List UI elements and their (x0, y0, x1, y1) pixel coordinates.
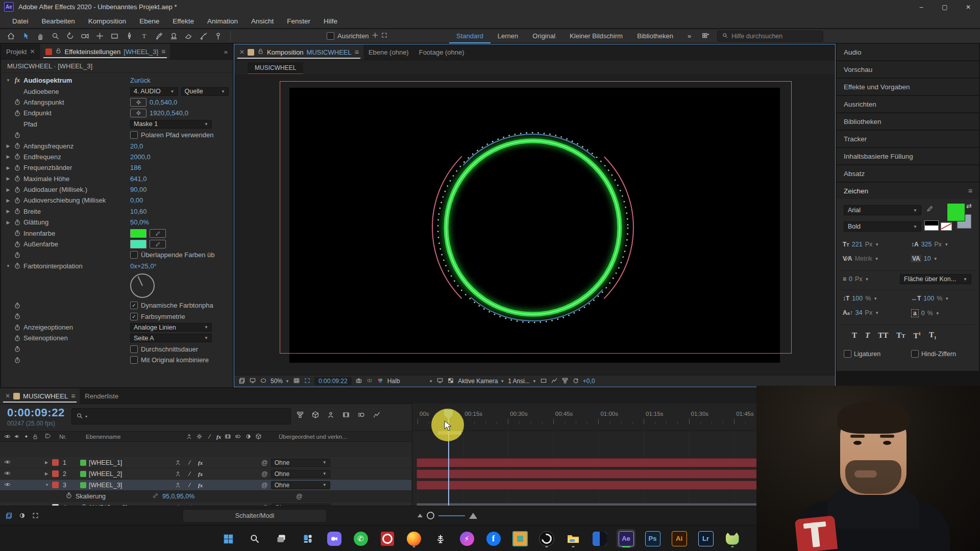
parent-pickwhip-icon[interactable]: @ (261, 470, 268, 478)
composition-viewer[interactable] (234, 74, 835, 375)
name-column-header[interactable]: Ebenenname (86, 434, 186, 440)
camera-dropdown[interactable]: Aktive Kamera▼ (458, 378, 504, 385)
tab-footage[interactable]: Footage (ohne) (414, 44, 470, 60)
twirl-closed-icon[interactable]: ▶ (5, 187, 11, 192)
param-value[interactable]: 50,0% (130, 218, 149, 226)
taskbar-capture[interactable] (510, 529, 529, 548)
workspace-grid-icon[interactable] (698, 30, 712, 42)
all-caps-button[interactable]: TT (878, 331, 888, 340)
point-control-button[interactable] (130, 98, 146, 107)
workspace-overflow[interactable]: » (680, 29, 698, 43)
layer-name[interactable]: [WHEEL_3] (89, 482, 175, 489)
param-value[interactable]: 20,0 (130, 142, 143, 150)
workspace-original[interactable]: Original (525, 29, 562, 43)
param-checkbox[interactable] (130, 345, 138, 353)
rotate-tool[interactable] (63, 30, 77, 42)
panel-menu-icon[interactable]: ≡ (161, 47, 165, 56)
channels-icon[interactable] (377, 377, 384, 386)
dropdown-source[interactable]: Quelle▼ (181, 87, 229, 96)
taskbar-recorder[interactable] (431, 529, 450, 548)
point-value[interactable]: 1920,0,540,0 (150, 109, 188, 117)
help-search-input[interactable]: Hilfe durchsuchen (717, 31, 823, 42)
zoom-in-mountain-icon[interactable] (469, 513, 477, 519)
motion-blur-icon[interactable] (357, 411, 365, 420)
pixel-aspect-icon[interactable] (540, 377, 547, 386)
selection-tool[interactable] (19, 30, 33, 42)
always-preview-icon[interactable] (238, 377, 246, 386)
layer-row-2[interactable]: ▶2[WHEEL_2]fx@Ohne▼ (0, 468, 411, 480)
taskbar-search[interactable] (245, 529, 264, 548)
stopwatch-icon[interactable] (13, 153, 22, 160)
zoom-out-mountain-icon[interactable] (418, 514, 423, 517)
taskbar-after-effects[interactable]: Ae (617, 529, 635, 548)
close-tab-icon[interactable]: ✕ (239, 48, 244, 56)
timecode-value[interactable]: 0:00:09:22 (7, 406, 65, 419)
zoom-slider-track[interactable] (438, 515, 465, 516)
eyedropper-button[interactable] (150, 240, 166, 248)
param-checkbox[interactable]: ✓ (130, 313, 138, 320)
fill-color-swatch[interactable] (947, 203, 965, 221)
parent-dropdown[interactable]: Ohne▼ (271, 470, 330, 478)
panel-header-bibliotheken[interactable]: Bibliotheken (837, 113, 979, 130)
tab-render-queue[interactable]: Renderliste (80, 388, 124, 404)
tab-effect-controls[interactable]: Effekteinstellungen [WHEEL_3] ≡ (40, 44, 170, 59)
exposure-value[interactable]: +0,0 (583, 378, 595, 385)
no-fill-swatch[interactable] (941, 222, 952, 231)
menu-datei[interactable]: Datei (6, 17, 35, 25)
viewer-timecode[interactable]: 0:00:09:22 (314, 377, 352, 385)
stroke-fill-order-dropdown[interactable]: Fläche über Kon...▼ (900, 274, 971, 284)
panel-header-effekte-und-vorgaben[interactable]: Effekte und Vorgaben (837, 79, 979, 95)
horizontal-scale-control[interactable]: ↔T100%▼ (911, 295, 949, 302)
kerning-control[interactable]: V∕AMetrik▼ (843, 255, 879, 262)
eraser-tool[interactable] (182, 30, 195, 42)
parent-dropdown[interactable]: Ohne▼ (271, 459, 330, 467)
taskbar-chat[interactable] (325, 529, 344, 548)
twirl-closed-icon[interactable]: ▶ (5, 143, 11, 148)
point-value[interactable]: 0,0,540,0 (150, 98, 177, 106)
magnification-dropdown[interactable]: 50%▼ (271, 378, 289, 385)
property-row-skalierung[interactable]: Skalierung95,0,95,0%@ (0, 491, 411, 502)
stopwatch-icon[interactable] (13, 164, 22, 171)
current-time-display[interactable]: 0:00:09:22 00247 (25.00 fps) (7, 406, 65, 427)
timeline-zoom-control[interactable] (418, 512, 477, 519)
panel-header-character[interactable]: Zeichen ≡ (837, 183, 979, 199)
property-name[interactable]: Skalierung (76, 493, 152, 500)
eyedropper-button[interactable] (150, 229, 166, 238)
layer-twirl-icon[interactable]: ▶ (45, 460, 52, 465)
stopwatch-icon[interactable] (13, 230, 22, 237)
twirl-closed-icon[interactable]: ▶ (5, 198, 11, 203)
ligatures-toggle[interactable]: Ligaturen (844, 350, 880, 358)
switches-modes-button[interactable]: Schalter/Modi (183, 509, 327, 522)
layer-label-chip[interactable] (52, 470, 59, 477)
frame-blending-icon[interactable] (342, 411, 350, 420)
expand-transfer-controls-icon[interactable] (4, 511, 13, 520)
layer-label-chip[interactable] (52, 482, 59, 488)
param-value[interactable]: 2000,0 (130, 153, 151, 161)
close-button[interactable]: ✕ (957, 0, 980, 14)
graph-editor-icon[interactable] (373, 411, 381, 420)
parent-pickwhip-icon[interactable]: @ (261, 459, 268, 466)
superscript-button[interactable]: T1 (914, 331, 921, 340)
color-swatch[interactable] (130, 240, 146, 248)
fast-previews-icon[interactable] (436, 377, 444, 386)
tab-timeline-comp[interactable]: ✕ MUSICWHEEL ≡ (0, 388, 80, 404)
layer-row-3[interactable]: ▼3[WHEEL_3]fx@Ohne▼ (0, 480, 411, 491)
taskbar-firefox[interactable] (404, 529, 423, 548)
snap-toggle[interactable]: Ausrichten (327, 32, 388, 40)
taskbar-start[interactable] (218, 529, 237, 548)
color-swatch[interactable] (130, 229, 146, 238)
taskbar-facebook[interactable]: f (484, 529, 503, 548)
mask-visibility-icon[interactable] (260, 377, 267, 386)
type-tool[interactable]: T (137, 30, 151, 42)
param-value[interactable]: 641,0 (130, 175, 147, 183)
param-value[interactable]: 0x+25,0° (130, 262, 157, 270)
twirl-closed-icon[interactable]: ▶ (5, 154, 11, 159)
pen-tool[interactable] (122, 30, 136, 42)
stopwatch-icon[interactable] (13, 302, 22, 309)
comp-navigator-tab[interactable]: MUSICWHEEL (248, 62, 303, 74)
timeline-button-icon[interactable] (551, 377, 558, 386)
comp-flowchart-icon[interactable] (561, 377, 569, 386)
reset-link[interactable]: Zurück (130, 77, 151, 84)
snapshot-icon[interactable] (355, 377, 362, 386)
panel-header-tracker[interactable]: Tracker (837, 131, 979, 147)
